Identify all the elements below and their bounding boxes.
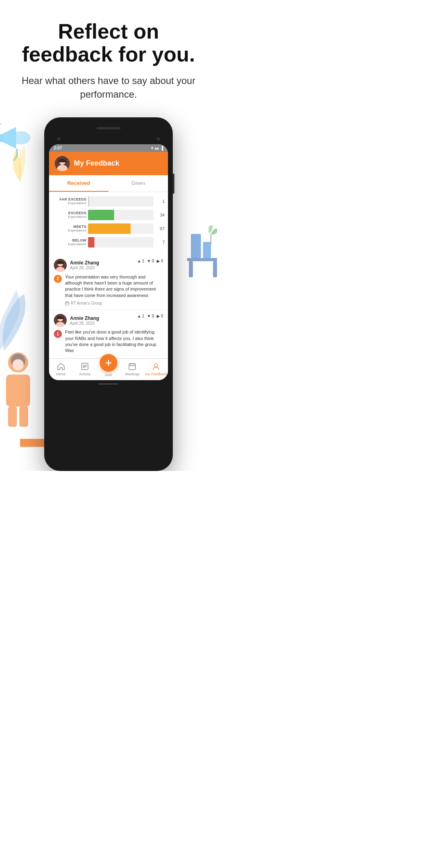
status-icons: ▾ ▴▴ ▐ bbox=[151, 146, 163, 150]
chart-section: FAR EXCEEDS Expectations 1 EXCEEDS Expec… bbox=[49, 192, 168, 255]
tab-given[interactable]: Given bbox=[108, 175, 168, 192]
feedback-text-1: Your presentation was very thorough and … bbox=[65, 274, 163, 299]
feedback-user-info-2: Annie Zhang April 28, 2020 bbox=[70, 315, 99, 326]
phone-camera-right bbox=[157, 137, 160, 141]
feedback-body-2: 1 Feel like you've done a good job of id… bbox=[54, 329, 163, 354]
svg-rect-14 bbox=[189, 261, 193, 277]
battery-icon: ▐ bbox=[160, 146, 163, 150]
feedback-text-2: Feel like you've done a good job of iden… bbox=[65, 329, 163, 354]
person-decoration bbox=[0, 350, 38, 431]
svg-point-10 bbox=[12, 359, 24, 371]
desk-decoration bbox=[183, 222, 217, 282]
give-button[interactable] bbox=[100, 354, 117, 372]
status-time: 2:07 bbox=[54, 146, 62, 150]
svg-point-9 bbox=[11, 354, 25, 368]
nav-label-meetings: Meetings bbox=[125, 372, 140, 376]
feedback-name-2: Annie Zhang bbox=[70, 315, 99, 321]
vote-play-icon-2[interactable]: ▶ 0 bbox=[157, 314, 163, 318]
feedback-list: Annie Zhang April 28, 2020 ▲ 1 ▼ 0 ▶ 0 2 bbox=[49, 255, 168, 358]
nav-item-activity[interactable]: Activity bbox=[73, 362, 96, 376]
chart-bar-far-exceeds-area bbox=[88, 196, 154, 207]
svg-rect-13 bbox=[187, 258, 217, 261]
chart-bar-exceeds-area bbox=[88, 210, 154, 220]
chart-label-exceeds-main: EXCEEDS bbox=[52, 211, 86, 215]
activity-icon bbox=[80, 362, 89, 371]
nav-label-activity: Activity bbox=[79, 372, 91, 376]
tab-received[interactable]: Received bbox=[49, 175, 108, 192]
feedback-item-1[interactable]: Annie Zhang April 28, 2020 ▲ 1 ▼ 0 ▶ 0 2 bbox=[49, 255, 168, 310]
meetings-icon bbox=[128, 362, 137, 371]
svg-line-3 bbox=[14, 156, 17, 161]
vote-up-icon-1[interactable]: ▲ 1 bbox=[137, 259, 144, 263]
plus-icon bbox=[104, 358, 113, 367]
feedback-item-2[interactable]: Annie Zhang April 28, 2020 ▲ 1 ▼ 0 ▶ 0 1… bbox=[49, 310, 168, 358]
chart-label-below-sub: Expectations bbox=[52, 242, 86, 246]
nav-item-give[interactable]: Give bbox=[96, 361, 120, 377]
vote-play-icon-1[interactable]: ▶ 0 bbox=[157, 259, 163, 263]
blue-shape-decoration bbox=[0, 290, 32, 350]
chart-count-far-exceeds: 1 bbox=[155, 199, 165, 204]
hero-title: Reflect on feedback for you. bbox=[12, 20, 205, 66]
phone-side-button bbox=[173, 174, 174, 194]
calendar-icon-1 bbox=[65, 301, 69, 305]
phone-notch bbox=[49, 122, 168, 134]
svg-rect-7 bbox=[8, 407, 17, 427]
phone-frame: 2:07 ▾ ▴▴ ▐ My Feedback bbox=[44, 117, 173, 471]
feedback-user-1: Annie Zhang April 28, 2020 bbox=[54, 259, 99, 272]
feedback-user-info-1: Annie Zhang April 28, 2020 bbox=[70, 260, 99, 270]
svg-rect-6 bbox=[6, 375, 30, 407]
avatar-image bbox=[55, 156, 70, 171]
nav-label-give: Give bbox=[105, 373, 113, 377]
leaf-decoration bbox=[4, 141, 36, 190]
svg-rect-15 bbox=[213, 261, 217, 277]
feedback-content-1: Your presentation was very thorough and … bbox=[65, 274, 163, 306]
svg-point-5 bbox=[8, 352, 28, 373]
feedback-group-1: RT Annie's Group bbox=[65, 301, 163, 305]
nav-label-home: Home bbox=[56, 372, 66, 376]
feedback-user-2: Annie Zhang April 28, 2020 bbox=[54, 314, 99, 327]
chart-bar-exceeds bbox=[88, 210, 114, 220]
megaphone-decoration bbox=[0, 117, 40, 166]
hero-section: Reflect on feedback for you. Hear what o… bbox=[0, 0, 217, 109]
vote-down-icon-2[interactable]: ▼ 0 bbox=[147, 314, 154, 318]
phone-home-bar bbox=[49, 380, 168, 388]
hero-subtitle: Hear what others have to say about your … bbox=[12, 74, 205, 101]
tabs-bar[interactable]: Received Given bbox=[49, 175, 168, 192]
chart-bar-meets bbox=[88, 223, 131, 234]
feedback-date-1: April 28, 2020 bbox=[70, 266, 99, 270]
chart-label-below-main: BELOW bbox=[52, 238, 86, 242]
svg-rect-1 bbox=[0, 134, 2, 142]
chart-bar-below bbox=[88, 237, 94, 248]
nav-item-meetings[interactable]: Meetings bbox=[121, 362, 144, 376]
feedback-group-label-1: RT Annie's Group bbox=[71, 301, 102, 305]
status-bar: 2:07 ▾ ▴▴ ▐ bbox=[49, 144, 168, 152]
chart-label-meets-sub: Expectations bbox=[52, 229, 86, 232]
phone-camera-left bbox=[57, 137, 60, 141]
vote-down-icon-1[interactable]: ▼ 0 bbox=[147, 259, 154, 263]
home-bar-indicator bbox=[98, 383, 119, 385]
phone-camera-area bbox=[49, 134, 168, 144]
feedback-votes-1: ▲ 1 ▼ 0 ▶ 0 bbox=[137, 259, 163, 263]
header-title: My Feedback bbox=[74, 159, 119, 168]
svg-rect-23 bbox=[66, 302, 69, 305]
chart-row-below: BELOW Expectations 7 bbox=[52, 237, 165, 248]
chart-label-far-exceeds-sub: Expectations bbox=[52, 201, 86, 205]
svg-rect-12 bbox=[203, 242, 211, 258]
feedback-number-1: 2 bbox=[54, 275, 62, 283]
vote-up-icon-2[interactable]: ▲ 1 bbox=[137, 314, 144, 318]
chart-count-exceeds: 34 bbox=[155, 213, 165, 217]
feedback-item-2-header: Annie Zhang April 28, 2020 ▲ 1 ▼ 0 ▶ 0 bbox=[54, 314, 163, 327]
nav-item-home[interactable]: Home bbox=[49, 362, 73, 376]
feedback-avatar-img-1 bbox=[54, 259, 67, 272]
feedback-item-1-header: Annie Zhang April 28, 2020 ▲ 1 ▼ 0 ▶ 0 bbox=[54, 259, 163, 272]
home-icon bbox=[57, 362, 66, 371]
svg-rect-36 bbox=[129, 364, 135, 370]
chart-label-far-exceeds-main: FAR EXCEEDS bbox=[52, 197, 86, 201]
nav-item-my-feedback[interactable]: My Feedback bbox=[144, 362, 168, 376]
chart-count-below: 7 bbox=[155, 240, 165, 245]
chart-label-meets-main: MEETS bbox=[52, 225, 86, 229]
my-feedback-icon bbox=[151, 362, 160, 371]
svg-point-40 bbox=[154, 364, 158, 367]
chart-row-far-exceeds: FAR EXCEEDS Expectations 1 bbox=[52, 196, 165, 207]
svg-rect-11 bbox=[191, 234, 201, 258]
